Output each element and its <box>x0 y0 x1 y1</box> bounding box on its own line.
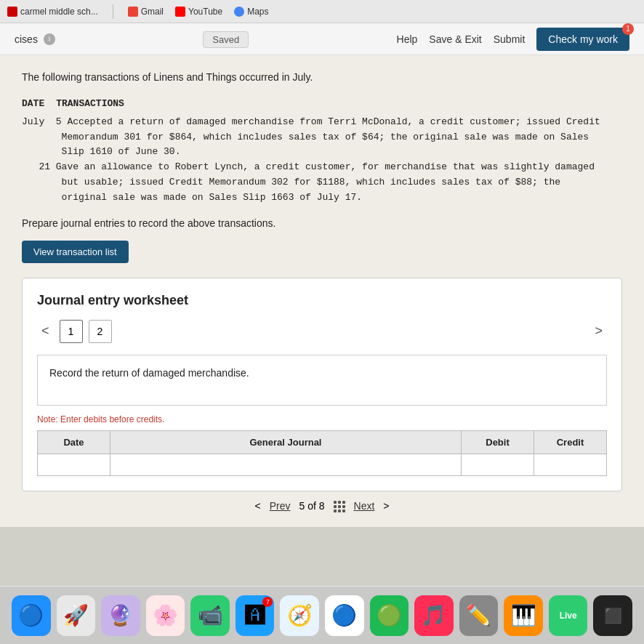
tab-2[interactable]: 2 <box>89 320 112 343</box>
dock-chrome[interactable]: 🔵 <box>325 595 364 636</box>
header-left: cises i <box>15 33 55 45</box>
tab-label-gmail: Gmail <box>141 7 164 17</box>
transaction1-text: July 5 Accepted a return of damaged merc… <box>22 115 622 160</box>
tab-label-maps: Maps <box>247 7 268 17</box>
browser-bar: carmel middle sch... Gmail YouTube Maps <box>0 0 644 23</box>
saved-badge: Saved <box>203 33 249 46</box>
tab-label-carmel: carmel middle sch... <box>20 7 98 17</box>
info-icon[interactable]: i <box>44 33 55 45</box>
check-badge: 1 <box>622 23 634 35</box>
tab-1[interactable]: 1 <box>60 320 83 343</box>
dock-photos[interactable]: 🌸 <box>146 595 185 636</box>
favicon-maps <box>234 7 244 17</box>
dock-roblox[interactable]: ⬛ <box>593 595 632 636</box>
app-header: cises i Saved Help Save & Exit Submit Ch… <box>0 23 644 55</box>
tab-prev-arrow[interactable]: < <box>37 322 54 340</box>
dock: 🔵 🚀 🔮 🌸 📹 🅰 7 🧭 🔵 🟢 🎵 ✏️ 🎹 Live ⬛ <box>0 586 644 644</box>
dock-finder[interactable]: 🔵 <box>12 595 51 636</box>
dock-flstudio[interactable]: 🎹 <box>504 595 543 636</box>
help-link[interactable]: Help <box>397 33 418 45</box>
main-content: The following transactions of Linens and… <box>0 55 644 527</box>
grid-icon[interactable] <box>334 500 345 512</box>
browser-tab-carmel[interactable]: carmel middle sch... <box>7 7 98 17</box>
instruction-text: Record the return of damaged merchandise… <box>49 367 249 379</box>
cell-credit[interactable] <box>534 454 607 475</box>
view-transaction-button[interactable]: View transaction list <box>22 241 129 263</box>
prepare-text: Prepare journal entries to record the ab… <box>22 217 622 229</box>
check-my-work-button[interactable]: Check my work 1 <box>536 28 629 51</box>
favicon-carmel <box>7 7 17 17</box>
dock-music[interactable]: 🎵 <box>414 595 454 636</box>
cell-date[interactable] <box>38 454 110 475</box>
dock-spotify[interactable]: 🟢 <box>370 595 409 636</box>
worksheet-container: Journal entry worksheet < 1 2 > Record t… <box>22 278 622 491</box>
browser-tab-youtube[interactable]: YouTube <box>175 7 222 17</box>
transactions-header: DATE TRANSACTIONS <box>22 97 622 112</box>
tab-nav: < 1 2 > <box>37 320 607 343</box>
col-journal: General Journal <box>110 430 462 454</box>
note-text: Note: Enter debits before credits. <box>37 414 607 424</box>
journal-table: Date General Journal Debit Credit <box>37 430 607 476</box>
table-row <box>38 454 607 475</box>
worksheet-title: Journal entry worksheet <box>37 293 607 308</box>
dock-live[interactable]: Live <box>549 595 588 636</box>
date-col-header: DATE <box>22 97 44 112</box>
tab-label-youtube: YouTube <box>188 7 222 17</box>
submit-link[interactable]: Submit <box>494 33 526 45</box>
exercises-label: cises <box>15 33 38 45</box>
dock-facetime[interactable]: 📹 <box>190 595 230 636</box>
pagination: < Prev 5 of 8 Next > <box>22 500 622 512</box>
next-link[interactable]: Next <box>354 500 375 512</box>
cell-debit[interactable] <box>462 454 534 475</box>
prev-link[interactable]: Prev <box>270 500 291 512</box>
page-current: 5 of 8 <box>299 500 324 512</box>
col-credit: Credit <box>534 430 607 454</box>
favicon-youtube <box>175 7 185 17</box>
transactions-col-header: TRANSACTIONS <box>56 97 124 112</box>
cell-journal[interactable] <box>110 454 462 475</box>
next-arrow: > <box>383 500 389 512</box>
header-right: Help Save & Exit Submit Check my work 1 <box>397 28 629 51</box>
table-header-row: Date General Journal Debit Credit <box>38 430 607 454</box>
browser-tab-maps[interactable]: Maps <box>234 7 268 17</box>
dock-safari[interactable]: 🧭 <box>280 595 319 636</box>
instruction-box: Record the return of damaged merchandise… <box>37 355 607 406</box>
save-exit-link[interactable]: Save & Exit <box>429 33 481 45</box>
dock-pencil[interactable]: ✏️ <box>459 595 499 636</box>
col-debit: Debit <box>462 430 534 454</box>
prev-arrow: < <box>254 500 260 512</box>
dock-badge-appstore: 7 <box>262 597 273 607</box>
problem-intro: The following transactions of Linens and… <box>22 70 622 85</box>
favicon-gmail <box>128 7 138 17</box>
dock-appstore[interactable]: 🅰 7 <box>236 595 275 636</box>
dock-launchpad[interactable]: 🚀 <box>57 595 96 636</box>
tab-next-arrow[interactable]: > <box>590 322 607 340</box>
tab-divider <box>113 4 113 19</box>
browser-tab-gmail[interactable]: Gmail <box>128 7 164 17</box>
transaction2-text: 21 Gave an allowance to Robert Lynch, a … <box>22 160 622 205</box>
dock-siri[interactable]: 🔮 <box>101 595 140 636</box>
transactions-block: DATE TRANSACTIONS July 5 Accepted a retu… <box>22 97 622 206</box>
col-date: Date <box>38 430 110 454</box>
